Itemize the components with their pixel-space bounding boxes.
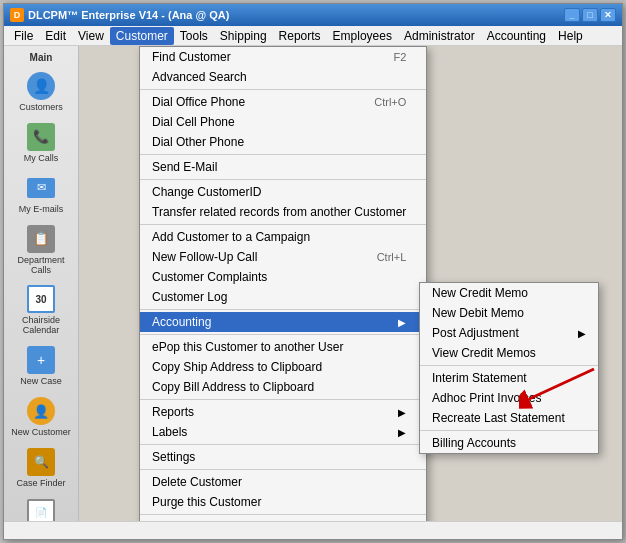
separator-8	[140, 444, 426, 445]
separator-2	[140, 154, 426, 155]
separator-5	[140, 309, 426, 310]
submenu-adhoc-print[interactable]: Adhoc Print Invoices	[420, 388, 598, 408]
title-bar: D DLCPM™ Enterprise V14 - (Ana @ QA) _ □…	[4, 4, 622, 26]
status-bar	[4, 521, 622, 539]
submenu-new-debit-memo[interactable]: New Debit Memo	[420, 303, 598, 323]
submenu-post-adjustment[interactable]: Post Adjustment ▶	[420, 323, 598, 343]
sidebar-item-myemails[interactable]: ✉ My E-mails	[7, 169, 75, 218]
separator-10	[140, 514, 426, 515]
labels-submenu-arrow: ▶	[398, 427, 406, 438]
menu-view[interactable]: View	[72, 27, 110, 45]
separator-9	[140, 469, 426, 470]
menu-add-campaign[interactable]: Add Customer to a Campaign	[140, 227, 426, 247]
menu-reports[interactable]: Reports ▶	[140, 402, 426, 422]
mycalls-icon: 📞	[25, 121, 57, 153]
menu-customer-log[interactable]: Customer Log	[140, 287, 426, 307]
invoicecase-icon: 📄	[25, 497, 57, 521]
submenu-separator-2	[420, 430, 598, 431]
sidebar-label-deptcalls: Department Calls	[9, 256, 73, 276]
menu-file[interactable]: File	[8, 27, 39, 45]
menu-delete-customer[interactable]: Delete Customer	[140, 472, 426, 492]
reports-submenu-arrow: ▶	[398, 407, 406, 418]
sidebar-label-newcustomer: New Customer	[11, 428, 71, 438]
separator-6	[140, 334, 426, 335]
separator-7	[140, 399, 426, 400]
submenu-separator	[420, 365, 598, 366]
menu-change-customerid[interactable]: Change CustomerID	[140, 182, 426, 202]
menu-labels[interactable]: Labels ▶	[140, 422, 426, 442]
sidebar-item-deptcalls[interactable]: 📋 Department Calls	[7, 220, 75, 279]
submenu-new-credit-memo[interactable]: New Credit Memo	[420, 283, 598, 303]
separator-3	[140, 179, 426, 180]
menu-settings[interactable]: Settings	[140, 447, 426, 467]
sidebar-label-casefinder: Case Finder	[16, 479, 65, 489]
sidebar-item-newcustomer[interactable]: 👤 New Customer	[7, 392, 75, 441]
menu-shipping[interactable]: Shipping	[214, 27, 273, 45]
menu-administrator[interactable]: Administrator	[398, 27, 481, 45]
deptcalls-icon: 📋	[25, 223, 57, 255]
menu-send-email[interactable]: Send E-Mail	[140, 157, 426, 177]
menu-bar: File Edit View Customer Tools Shipping R…	[4, 26, 622, 46]
main-area: Main 👤 Customers 📞 My Calls ✉ My E-mails	[4, 46, 622, 521]
customer-dropdown-menu: Find Customer F2 Advanced Search Dial Of…	[139, 46, 427, 521]
newcustomer-icon: 👤	[25, 395, 57, 427]
accounting-submenu: New Credit Memo New Debit Memo Post Adju…	[419, 282, 599, 454]
menu-dial-office[interactable]: Dial Office Phone Ctrl+O	[140, 92, 426, 112]
sidebar-label-myemails: My E-mails	[19, 205, 64, 215]
app-area: Find Customer F2 Advanced Search Dial Of…	[79, 46, 622, 521]
sidebar-label-customers: Customers	[19, 103, 63, 113]
menu-loan-tools[interactable]: Loan Tools	[140, 517, 426, 521]
close-button[interactable]: ✕	[600, 8, 616, 22]
menu-find-customer[interactable]: Find Customer F2	[140, 47, 426, 67]
myemails-icon: ✉	[25, 172, 57, 204]
submenu-interim-statement[interactable]: Interim Statement	[420, 368, 598, 388]
menu-complaints[interactable]: Customer Complaints	[140, 267, 426, 287]
menu-epop[interactable]: ePop this Customer to another User	[140, 337, 426, 357]
submenu-recreate-last-statement[interactable]: Recreate Last Statement	[420, 408, 598, 428]
sidebar-section-main: Main	[6, 50, 76, 65]
sidebar-item-customers[interactable]: 👤 Customers	[7, 67, 75, 116]
maximize-button[interactable]: □	[582, 8, 598, 22]
sidebar-item-mycalls[interactable]: 📞 My Calls	[7, 118, 75, 167]
menu-advanced-search[interactable]: Advanced Search	[140, 67, 426, 87]
separator-4	[140, 224, 426, 225]
menu-copy-ship[interactable]: Copy Ship Address to Clipboard	[140, 357, 426, 377]
window-title: DLCPM™ Enterprise V14 - (Ana @ QA)	[28, 9, 229, 21]
menu-tools[interactable]: Tools	[174, 27, 214, 45]
submenu-view-credit-memos[interactable]: View Credit Memos	[420, 343, 598, 363]
sidebar-item-casefinder[interactable]: 🔍 Case Finder	[7, 443, 75, 492]
menu-purge-customer[interactable]: Purge this Customer	[140, 492, 426, 512]
menu-edit[interactable]: Edit	[39, 27, 72, 45]
title-bar-left: D DLCPM™ Enterprise V14 - (Ana @ QA)	[10, 8, 229, 22]
sidebar-item-invoicecase[interactable]: 📄 Invoice Case	[7, 494, 75, 521]
main-window: D DLCPM™ Enterprise V14 - (Ana @ QA) _ □…	[3, 3, 623, 540]
menu-customer[interactable]: Customer	[110, 27, 174, 45]
submenu-billing-accounts[interactable]: Billing Accounts	[420, 433, 598, 453]
sidebar: Main 👤 Customers 📞 My Calls ✉ My E-mails	[4, 46, 79, 521]
customers-icon: 👤	[25, 70, 57, 102]
menu-dial-cell[interactable]: Dial Cell Phone	[140, 112, 426, 132]
post-adj-arrow: ▶	[578, 328, 586, 339]
menu-accounting[interactable]: Accounting	[481, 27, 552, 45]
menu-transfer-records[interactable]: Transfer related records from another Cu…	[140, 202, 426, 222]
menu-reports[interactable]: Reports	[273, 27, 327, 45]
sidebar-label-calendar: Chairside Calendar	[9, 316, 73, 336]
minimize-button[interactable]: _	[564, 8, 580, 22]
title-bar-controls: _ □ ✕	[564, 8, 616, 22]
sidebar-label-newcase: New Case	[20, 377, 62, 387]
sidebar-item-calendar[interactable]: 30 Chairside Calendar	[7, 280, 75, 339]
app-icon: D	[10, 8, 24, 22]
menu-help[interactable]: Help	[552, 27, 589, 45]
separator-1	[140, 89, 426, 90]
menu-dial-other[interactable]: Dial Other Phone	[140, 132, 426, 152]
sidebar-item-newcase[interactable]: + New Case	[7, 341, 75, 390]
casefinder-icon: 🔍	[25, 446, 57, 478]
newcase-icon: +	[25, 344, 57, 376]
menu-accounting[interactable]: Accounting ▶	[140, 312, 426, 332]
menu-new-followup[interactable]: New Follow-Up Call Ctrl+L	[140, 247, 426, 267]
sidebar-label-mycalls: My Calls	[24, 154, 59, 164]
calendar-icon: 30	[25, 283, 57, 315]
menu-copy-bill[interactable]: Copy Bill Address to Clipboard	[140, 377, 426, 397]
menu-employees[interactable]: Employees	[327, 27, 398, 45]
accounting-submenu-arrow: ▶	[398, 317, 406, 328]
